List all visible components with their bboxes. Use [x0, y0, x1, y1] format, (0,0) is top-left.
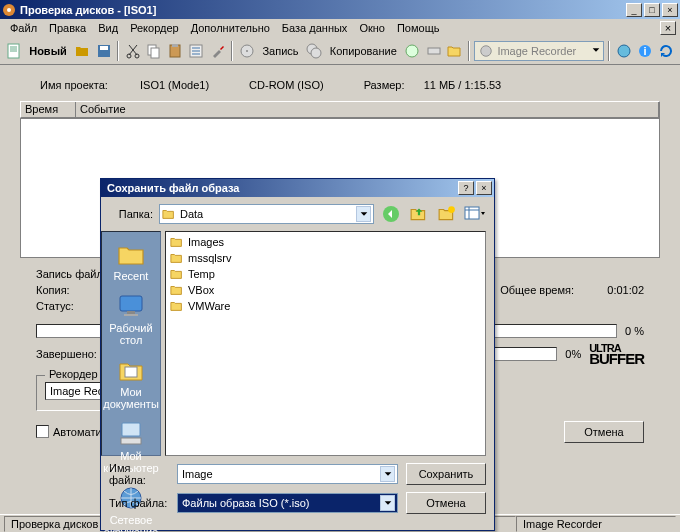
folder-combo-text: Data — [180, 208, 203, 220]
menu-edit[interactable]: Правка — [43, 20, 92, 36]
folder-item[interactable]: VMWare — [168, 298, 483, 314]
cut-icon[interactable] — [123, 40, 142, 62]
info-disc-icon[interactable] — [403, 40, 422, 62]
svg-point-9 — [7, 8, 11, 12]
dialog-topbar: Папка: Data — [101, 197, 494, 231]
recorder-legend: Рекордер — [45, 368, 102, 380]
dialog-titlebar: Сохранить файл образа ? × — [101, 179, 494, 197]
dialog-close-button[interactable]: × — [476, 181, 492, 195]
menu-recorder[interactable]: Рекордер — [124, 20, 185, 36]
project-size-label: Размер: — [364, 79, 424, 91]
col-event[interactable]: Событие — [76, 102, 659, 117]
svg-rect-24 — [428, 48, 440, 54]
dialog-title: Сохранить файл образа — [103, 182, 456, 194]
filetype-value: Файлы образа ISO (*.iso) — [182, 497, 309, 509]
open-icon[interactable] — [73, 40, 92, 62]
svg-point-30 — [448, 206, 455, 213]
ultrabuffer-logo: ULTRABUFFER — [589, 344, 644, 365]
globe-icon[interactable] — [614, 40, 633, 62]
filetype-label: Тип файла: — [109, 497, 169, 509]
menu-database[interactable]: База данных — [276, 20, 354, 36]
place-recent[interactable]: Recent — [112, 236, 151, 286]
svg-point-23 — [406, 45, 418, 57]
device-combo-text: Image Recorder — [497, 45, 576, 57]
help-icon[interactable]: i — [636, 40, 655, 62]
svg-point-26 — [618, 45, 630, 57]
buffer-pct: 0 % — [625, 325, 644, 337]
project-name-value: ISO1 (Mode1) — [140, 79, 209, 91]
project-info-row: Имя проекта: ISO1 (Mode1) CD-ROM (ISO) Р… — [20, 73, 660, 101]
open2-icon[interactable] — [445, 40, 464, 62]
main-cancel-button[interactable]: Отмена — [564, 421, 644, 443]
minimize-button[interactable]: _ — [626, 3, 642, 17]
folder-label: Папка: — [109, 208, 153, 220]
paste-icon[interactable] — [166, 40, 185, 62]
folder-item[interactable]: VBox — [168, 282, 483, 298]
close-button[interactable]: × — [662, 3, 678, 17]
dialog-body: Recent Рабочий стол Мои документы Мой ко… — [101, 231, 494, 456]
chevron-down-icon — [356, 206, 371, 222]
toolbar: Новый Запись Копирование Image Recorder … — [0, 37, 680, 65]
filename-value: Image — [182, 468, 213, 480]
up-folder-icon[interactable] — [408, 203, 430, 225]
props-icon[interactable] — [187, 40, 206, 62]
view-menu-icon[interactable] — [464, 203, 486, 225]
window-title: Проверка дисков - [ISO1] — [20, 4, 624, 16]
folder-item[interactable]: Images — [168, 234, 483, 250]
places-bar: Recent Рабочий стол Мои документы Мой ко… — [101, 231, 161, 456]
col-time[interactable]: Время — [21, 102, 76, 117]
drive-icon[interactable] — [424, 40, 443, 62]
burn-label[interactable]: Запись — [258, 45, 302, 57]
mdi-close-button[interactable]: × — [660, 21, 676, 35]
save-icon[interactable] — [94, 40, 113, 62]
brush-icon[interactable] — [208, 40, 227, 62]
svg-rect-31 — [465, 207, 479, 219]
go-back-icon[interactable] — [380, 203, 402, 225]
svg-point-22 — [311, 48, 321, 58]
copydisc-label[interactable]: Копирование — [326, 45, 401, 57]
total-time-value: 0:01:02 — [574, 284, 644, 296]
save-dialog: Сохранить файл образа ? × Папка: Data Re… — [100, 178, 495, 531]
app-icon — [2, 3, 16, 17]
dialog-cancel-button[interactable]: Отмена — [406, 492, 486, 514]
menu-window[interactable]: Окно — [353, 20, 391, 36]
project-type-value: CD-ROM (ISO) — [249, 79, 324, 91]
filename-label: Имя файла: — [109, 462, 169, 486]
status-right: Image Recorder — [516, 516, 676, 532]
folder-item[interactable]: Temp — [168, 266, 483, 282]
copy-icon[interactable] — [144, 40, 163, 62]
svg-text:i: i — [644, 45, 647, 57]
dialog-help-button[interactable]: ? — [458, 181, 474, 195]
copydisc-icon[interactable] — [305, 40, 324, 62]
burn-icon[interactable] — [237, 40, 256, 62]
menu-help[interactable]: Помощь — [391, 20, 446, 36]
done-pct: 0% — [565, 348, 581, 360]
menu-extra[interactable]: Дополнительно — [185, 20, 276, 36]
folder-combo[interactable]: Data — [159, 204, 374, 224]
new-label[interactable]: Новый — [25, 45, 71, 57]
total-time-label: Общее время: — [500, 284, 574, 296]
event-list-header: Время Событие — [20, 101, 660, 118]
place-desktop[interactable]: Рабочий стол — [102, 288, 160, 350]
menubar: Файл Правка Вид Рекордер Дополнительно Б… — [0, 19, 680, 37]
new-doc-icon[interactable] — [4, 40, 23, 62]
menu-view[interactable]: Вид — [92, 20, 124, 36]
device-combo[interactable]: Image Recorder — [474, 41, 604, 61]
checkbox-icon — [36, 425, 49, 438]
done-label: Завершено: — [36, 348, 97, 360]
filetype-combo[interactable]: Файлы образа ISO (*.iso) — [177, 493, 398, 513]
chevron-down-icon[interactable] — [380, 495, 395, 511]
project-size-value: 11 МБ / 1:15.53 — [424, 79, 502, 91]
chevron-down-icon[interactable] — [380, 466, 395, 482]
svg-rect-17 — [172, 44, 178, 47]
maximize-button[interactable]: □ — [644, 3, 660, 17]
refresh-icon[interactable] — [657, 40, 676, 62]
save-button[interactable]: Сохранить — [406, 463, 486, 485]
new-folder-icon[interactable] — [436, 203, 458, 225]
file-list[interactable]: Images mssqlsrv Temp VBox VMWare — [165, 231, 486, 456]
menu-file[interactable]: Файл — [4, 20, 43, 36]
folder-item[interactable]: mssqlsrv — [168, 250, 483, 266]
svg-point-25 — [481, 45, 492, 56]
place-mydocs[interactable]: Мои документы — [101, 352, 161, 414]
filename-input[interactable]: Image — [177, 464, 398, 484]
